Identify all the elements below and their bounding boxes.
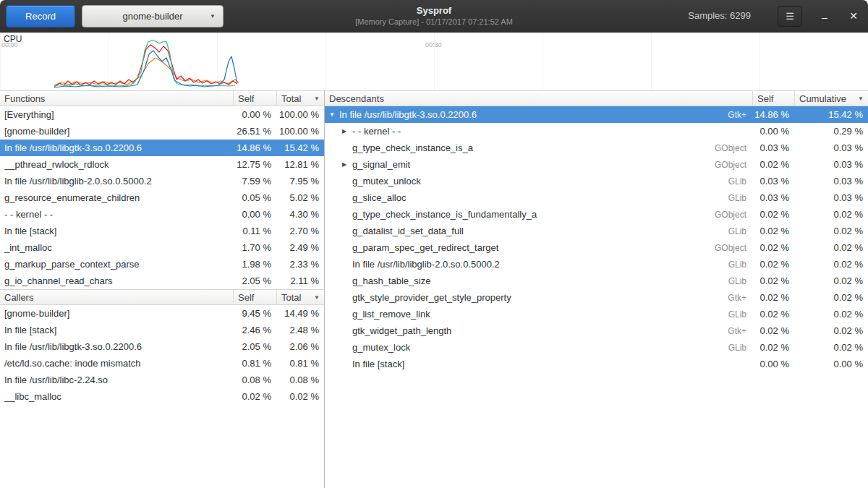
column-header-callers[interactable]: Callers	[0, 290, 233, 304]
self-percent: 0.02 %	[752, 325, 794, 336]
self-percent: 0.81 %	[233, 358, 276, 369]
table-row[interactable]: __pthread_rwlock_rdlock12.75 %12.81 %	[0, 156, 324, 173]
table-row[interactable]: [Everything]0.00 %100.00 %	[0, 106, 324, 123]
table-row[interactable]: g_resource_enumerate_children0.05 %5.02 …	[0, 189, 324, 206]
table-row[interactable]: [gnome-builder]26.51 %100.00 %	[0, 123, 324, 140]
self-percent: 0.11 %	[233, 226, 276, 236]
self-percent: 0.02 %	[752, 292, 794, 303]
table-row[interactable]: g_markup_parse_context_parse1.98 %2.33 %	[0, 256, 324, 273]
column-header-self[interactable]: Self	[752, 91, 794, 106]
right-pane: Descendants Self Cumulative▼ ▼In file /u…	[325, 90, 868, 488]
expander-icon[interactable]: ▶	[342, 161, 352, 168]
callers-table-body: [gnome-builder]9.45 %14.49 %In file [sta…	[0, 305, 324, 405]
cumulative-percent: 0.02 %	[794, 209, 868, 220]
table-row[interactable]: - - kernel - -0.00 %4.30 %	[0, 206, 324, 223]
function-name: gtk_widget_path_length	[352, 325, 451, 336]
minimize-button[interactable]: –	[816, 8, 833, 25]
cumulative-percent: 0.02 %	[794, 275, 868, 286]
tree-row[interactable]: ▼In file /usr/lib/libgtk-3.so.0.2200.6Gt…	[325, 106, 868, 123]
tree-row[interactable]: g_mutex_lockGLib0.02 %0.02 %	[325, 339, 868, 356]
total-percent: 0.81 %	[276, 358, 324, 369]
cumulative-percent: 0.02 %	[794, 325, 868, 336]
column-header-cumulative[interactable]: Cumulative▼	[794, 91, 868, 106]
tree-row[interactable]: gtk_style_provider_get_style_propertyGtk…	[325, 289, 868, 306]
self-percent: 0.02 %	[752, 242, 794, 253]
column-header-self[interactable]: Self	[233, 290, 276, 304]
table-row[interactable]: In file /usr/lib/libc-2.24.so0.08 %0.08 …	[0, 372, 324, 388]
tree-row[interactable]: g_type_check_instance_is_fundamentally_a…	[325, 206, 868, 223]
table-row[interactable]: In file /usr/lib/libglib-2.0.so.0.5000.2…	[0, 173, 324, 189]
tree-row[interactable]: In file [stack]0.00 %0.00 %	[325, 356, 868, 372]
tree-row[interactable]: g_param_spec_get_redirect_targetGObject0…	[325, 239, 868, 256]
function-name: g_type_check_instance_is_fundamentally_a	[352, 209, 537, 220]
cpu-graph[interactable]: CPU 00:00 00:30	[0, 33, 868, 90]
time-tick-label: 00:30	[425, 41, 442, 48]
tree-row[interactable]: ▶g_signal_emitGObject0.02 %0.03 %	[325, 156, 868, 173]
function-name: In file /usr/lib/libgtk-3.so.0.2200.6	[339, 109, 477, 120]
column-header-self[interactable]: Self	[233, 91, 276, 106]
table-row[interactable]: In file [stack]2.46 %2.48 %	[0, 322, 324, 338]
column-header-total[interactable]: Total▼	[276, 91, 324, 106]
total-percent: 5.02 %	[276, 192, 324, 203]
function-name: g_mutex_unlock	[352, 176, 421, 187]
cumulative-percent: 0.29 %	[794, 126, 868, 137]
self-percent: 2.46 %	[233, 325, 276, 335]
function-name: /etc/ld.so.cache: inode mismatch	[4, 358, 141, 369]
expander-icon[interactable]: ▼	[329, 111, 339, 118]
cumulative-percent: 0.02 %	[794, 226, 868, 236]
close-button[interactable]: ✕	[845, 8, 862, 25]
table-row[interactable]: In file /usr/lib/libgtk-3.so.0.2200.62.0…	[0, 338, 324, 355]
sort-arrow-icon: ▼	[314, 294, 320, 301]
self-percent: 14.86 %	[752, 109, 794, 120]
right-pane-empty-area	[325, 372, 868, 488]
cumulative-percent: 0.02 %	[794, 292, 868, 303]
column-header-total[interactable]: Total▼	[276, 290, 324, 304]
table-row[interactable]: [gnome-builder]9.45 %14.49 %	[0, 305, 324, 322]
column-label: Total	[281, 93, 301, 104]
self-percent: 0.00 %	[233, 109, 276, 120]
function-name: In file /usr/lib/libgtk-3.so.0.2200.6	[4, 142, 142, 153]
cumulative-percent: 0.00 %	[794, 359, 868, 369]
tree-row[interactable]: g_type_check_instance_is_aGObject0.03 %0…	[325, 140, 868, 156]
total-percent: 14.49 %	[276, 308, 324, 319]
function-name: __libc_malloc	[4, 391, 61, 402]
total-percent: 2.49 %	[276, 242, 324, 253]
column-label: Callers	[4, 292, 33, 303]
total-percent: 4.30 %	[276, 209, 324, 220]
self-percent: 0.00 %	[752, 359, 794, 369]
record-button[interactable]: Record	[6, 5, 75, 27]
tree-row[interactable]: g_datalist_id_set_data_fullGLib0.02 %0.0…	[325, 223, 868, 239]
cumulative-percent: 0.02 %	[794, 259, 868, 270]
tree-row[interactable]: g_hash_table_sizeGLib0.02 %0.02 %	[325, 273, 868, 289]
function-name: [Everything]	[4, 109, 54, 120]
function-name: __pthread_rwlock_rdlock	[4, 159, 109, 170]
table-row[interactable]: /etc/ld.so.cache: inode mismatch0.81 %0.…	[0, 355, 324, 372]
function-name: g_hash_table_size	[352, 275, 430, 286]
table-row[interactable]: g_io_channel_read_chars2.05 %2.11 %	[0, 273, 324, 289]
tree-row[interactable]: In file /usr/lib/libglib-2.0.so.0.5000.2…	[325, 256, 868, 273]
table-row[interactable]: In file [stack]0.11 %2.70 %	[0, 223, 324, 239]
tree-row[interactable]: g_list_remove_linkGLib0.02 %0.02 %	[325, 306, 868, 322]
cumulative-percent: 0.02 %	[794, 242, 868, 253]
tree-row[interactable]: g_slice_allocGLib0.03 %0.03 %	[325, 189, 868, 206]
table-row[interactable]: In file /usr/lib/libgtk-3.so.0.2200.614.…	[0, 140, 324, 156]
expander-icon[interactable]: ▶	[342, 128, 352, 134]
column-header-functions[interactable]: Functions	[0, 91, 233, 106]
left-pane-empty-area	[0, 405, 324, 488]
table-row[interactable]: __libc_malloc0.02 %0.02 %	[0, 388, 324, 405]
library-label: Gtk+	[722, 326, 748, 336]
table-row[interactable]: _int_malloc1.70 %2.49 %	[0, 239, 324, 256]
menu-button[interactable]: ☰	[778, 6, 802, 27]
library-label: GLib	[723, 193, 748, 203]
descendants-table-body: ▼In file /usr/lib/libgtk-3.so.0.2200.6Gt…	[325, 106, 868, 372]
function-name: g_datalist_id_set_data_full	[352, 226, 464, 236]
tree-row[interactable]: g_mutex_unlockGLib0.03 %0.03 %	[325, 173, 868, 189]
tree-row[interactable]: ▶- - kernel - -0.00 %0.29 %	[325, 123, 868, 140]
total-percent: 0.08 %	[276, 374, 324, 385]
column-header-descendants[interactable]: Descendants	[325, 91, 752, 106]
total-percent: 100.00 %	[276, 109, 324, 120]
window-subtitle: [Memory Capture] - 01/17/2017 07:21:52 A…	[231, 17, 637, 27]
process-selector-dropdown[interactable]: gnome-builder ▼	[82, 5, 224, 27]
tree-row[interactable]: gtk_widget_path_lengthGtk+0.02 %0.02 %	[325, 322, 868, 339]
total-percent: 2.48 %	[276, 325, 324, 335]
